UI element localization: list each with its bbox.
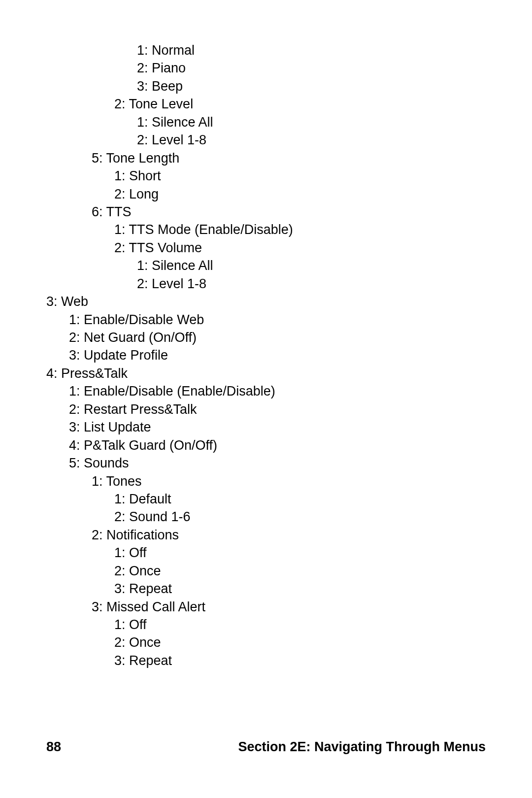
menu-line: 1: Tones xyxy=(46,472,486,490)
menu-line: 1: Enable/Disable Web xyxy=(46,311,486,329)
page-number: 88 xyxy=(46,738,61,756)
menu-line: 2: Once xyxy=(46,633,486,651)
menu-line: 1: Silence All xyxy=(46,257,486,274)
menu-line: 1: Normal xyxy=(46,41,486,59)
menu-line: 4: P&Talk Guard (On/Off) xyxy=(46,436,486,454)
menu-line: 2: Level 1-8 xyxy=(46,131,486,149)
menu-line: 3: Repeat xyxy=(46,580,486,598)
menu-listing: 1: Normal2: Piano3: Beep2: Tone Level1: … xyxy=(46,41,486,669)
menu-line: 2: Long xyxy=(46,185,486,203)
menu-line: 2: Level 1-8 xyxy=(46,275,486,293)
menu-line: 1: Short xyxy=(46,167,486,185)
section-title: Section 2E: Navigating Through Menus xyxy=(238,738,486,756)
menu-line: 6: TTS xyxy=(46,203,486,221)
menu-line: 1: Enable/Disable (Enable/Disable) xyxy=(46,382,486,400)
menu-line: 2: Once xyxy=(46,562,486,580)
menu-line: 3: Missed Call Alert xyxy=(46,598,486,616)
menu-line: 2: Net Guard (On/Off) xyxy=(46,329,486,346)
menu-line: 2: Sound 1-6 xyxy=(46,508,486,526)
menu-line: 2: Piano xyxy=(46,59,486,77)
menu-line: 2: Tone Level xyxy=(46,95,486,113)
menu-line: 1: Off xyxy=(46,616,486,633)
menu-line: 3: List Update xyxy=(46,418,486,436)
page: 1: Normal2: Piano3: Beep2: Tone Level1: … xyxy=(0,0,532,798)
menu-line: 3: Update Profile xyxy=(46,346,486,364)
menu-line: 3: Web xyxy=(46,293,486,310)
menu-line: 2: Notifications xyxy=(46,526,486,544)
menu-line: 5: Sounds xyxy=(46,454,486,472)
menu-line: 2: Restart Press&Talk xyxy=(46,400,486,418)
menu-line: 1: TTS Mode (Enable/Disable) xyxy=(46,221,486,238)
page-footer: 88 Section 2E: Navigating Through Menus xyxy=(46,738,486,756)
menu-line: 2: TTS Volume xyxy=(46,239,486,257)
menu-line: 3: Beep xyxy=(46,77,486,95)
menu-line: 3: Repeat xyxy=(46,652,486,669)
menu-line: 5: Tone Length xyxy=(46,149,486,167)
menu-line: 1: Off xyxy=(46,544,486,562)
menu-line: 1: Silence All xyxy=(46,113,486,131)
menu-line: 4: Press&Talk xyxy=(46,365,486,382)
menu-line: 1: Default xyxy=(46,490,486,508)
